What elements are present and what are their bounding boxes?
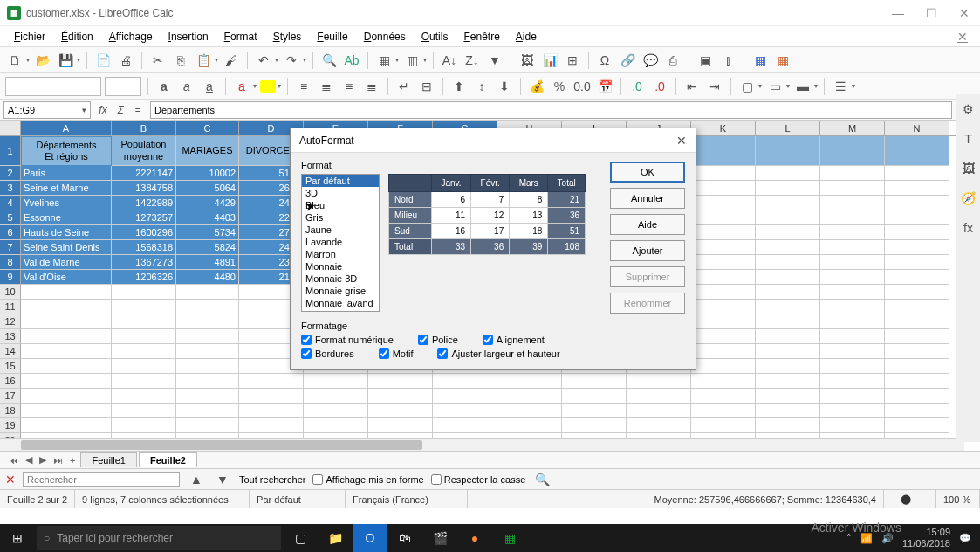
cell-K10[interactable] xyxy=(691,285,756,300)
outlook-icon[interactable]: O xyxy=(353,524,387,552)
horizontal-scrollbar[interactable] xyxy=(0,438,964,451)
help-button[interactable]: Aide xyxy=(610,214,685,235)
cell-B3[interactable]: 1384758 xyxy=(112,181,176,196)
explorer-icon[interactable]: 📁 xyxy=(318,524,353,552)
video-icon[interactable]: 🎬 xyxy=(422,524,457,552)
font-size-input[interactable] xyxy=(105,77,141,96)
tray-volume-icon[interactable]: 🔊 xyxy=(881,533,894,544)
tray-notifications-icon[interactable]: 💬 xyxy=(959,533,971,544)
wrap-icon[interactable]: ↵ xyxy=(394,77,414,96)
row-header-1[interactable]: 1 xyxy=(0,136,21,166)
sheet-next-icon[interactable]: ▶ xyxy=(36,454,50,466)
format-item-9[interactable]: Monnaie grise xyxy=(302,285,379,297)
format-item-5[interactable]: Lavande xyxy=(302,236,379,248)
cell-A7[interactable]: Seine Saint Denis xyxy=(21,240,112,255)
cell-M5[interactable] xyxy=(820,210,885,225)
borders-icon[interactable]: ▢ xyxy=(737,77,757,96)
cell-A1[interactable]: DépartementsEt régions xyxy=(21,136,112,166)
cell-A8[interactable]: Val de Marne xyxy=(21,255,112,270)
cell-N6[interactable] xyxy=(885,225,949,240)
image-icon[interactable]: 🖼 xyxy=(517,51,537,70)
align-left-icon[interactable]: ≡ xyxy=(294,77,313,96)
sidebar-navigator-icon[interactable]: 🧭 xyxy=(959,189,978,208)
menu-outils[interactable]: Outils xyxy=(415,28,456,45)
cell-B1[interactable]: Populationmoyenne xyxy=(112,136,176,166)
row-header-12[interactable]: 12 xyxy=(0,314,21,329)
spellcheck-icon[interactable]: Ab xyxy=(342,51,361,70)
cell-B5[interactable]: 1273257 xyxy=(112,210,176,225)
cell-B8[interactable]: 1367273 xyxy=(112,255,176,270)
find-all-button[interactable]: Tout rechercher xyxy=(239,474,305,485)
cell-B14[interactable] xyxy=(112,344,176,359)
undo-icon[interactable]: ↶ xyxy=(254,51,273,70)
cell-C17[interactable] xyxy=(176,389,239,404)
cell-L16[interactable] xyxy=(756,374,820,389)
cell-A14[interactable] xyxy=(21,344,112,359)
cell-A13[interactable] xyxy=(21,329,112,344)
cell-N8[interactable] xyxy=(885,255,949,270)
cell-A11[interactable] xyxy=(21,300,112,314)
cell-I16[interactable] xyxy=(562,374,627,389)
system-tray[interactable]: ˄ 📶 🔊 15:09 11/06/2018 💬 xyxy=(838,527,980,549)
formula-input[interactable]: Départements xyxy=(150,101,952,119)
cell-H16[interactable] xyxy=(497,374,562,389)
format-listbox[interactable]: Par défaut3DBleuGrisJauneLavandeMarronMo… xyxy=(301,174,380,312)
cell-L10[interactable] xyxy=(756,285,820,300)
cell-F17[interactable] xyxy=(368,389,433,404)
cell-M18[interactable] xyxy=(820,404,885,418)
menu-styles[interactable]: Styles xyxy=(266,28,309,45)
number-icon[interactable]: 0.0 xyxy=(572,77,592,96)
cell-I19[interactable] xyxy=(562,418,627,433)
format-item-0[interactable]: Par défaut xyxy=(302,175,379,187)
cell-F18[interactable] xyxy=(368,404,433,418)
check-font[interactable]: Police xyxy=(418,335,458,345)
cell-K9[interactable] xyxy=(691,270,756,285)
cell-M4[interactable] xyxy=(820,196,885,210)
cell-K19[interactable] xyxy=(691,418,756,433)
grid-icon[interactable]: ▦ xyxy=(750,51,770,70)
row-header-19[interactable]: 19 xyxy=(0,418,21,433)
col-header-K[interactable]: K xyxy=(691,121,756,135)
cell-L2[interactable] xyxy=(756,166,820,181)
tray-network-icon[interactable]: 📶 xyxy=(860,533,873,544)
cell-N14[interactable] xyxy=(885,344,949,359)
row-header-3[interactable]: 3 xyxy=(0,181,21,196)
cell-B13[interactable] xyxy=(112,329,176,344)
cell-A9[interactable]: Val d'Oise xyxy=(21,270,112,285)
cell-N7[interactable] xyxy=(885,240,949,255)
cell-C10[interactable] xyxy=(176,285,239,300)
cell-N18[interactable] xyxy=(885,404,949,418)
row-header-18[interactable]: 18 xyxy=(0,404,21,418)
cell-N19[interactable] xyxy=(885,418,949,433)
cell-B15[interactable] xyxy=(112,359,176,374)
cell-K7[interactable] xyxy=(691,240,756,255)
col-header-A[interactable]: A xyxy=(21,121,112,135)
format-item-2[interactable]: Bleu xyxy=(302,199,379,211)
italic-icon[interactable]: a xyxy=(177,77,196,96)
print-icon[interactable]: 🖨 xyxy=(116,51,135,70)
firefox-icon[interactable]: ● xyxy=(457,524,492,552)
hyperlink-icon[interactable]: 🔗 xyxy=(618,51,637,70)
cell-N5[interactable] xyxy=(885,210,949,225)
cell-D16[interactable] xyxy=(239,374,304,389)
row-icon[interactable]: ▦ xyxy=(374,51,394,70)
cell-A10[interactable] xyxy=(21,285,112,300)
clone-format-icon[interactable]: 🖌 xyxy=(222,51,241,70)
row-header-4[interactable]: 4 xyxy=(0,196,21,210)
cell-L17[interactable] xyxy=(756,389,820,404)
cell-H17[interactable] xyxy=(497,389,562,404)
menu-affichage[interactable]: Affichage xyxy=(102,28,160,45)
align-justify-icon[interactable]: ≣ xyxy=(362,77,381,96)
sheet-last-icon[interactable]: ⏭ xyxy=(50,455,66,466)
status-zoom-slider[interactable]: —⬤— xyxy=(884,490,936,508)
menu-format[interactable]: Format xyxy=(217,28,264,45)
cell-A18[interactable] xyxy=(21,404,112,418)
cancel-button[interactable]: Annuler xyxy=(610,188,685,209)
sidebar-properties-icon[interactable]: ⚙ xyxy=(959,100,978,119)
cell-N2[interactable] xyxy=(885,166,949,181)
sidebar-functions-icon[interactable]: fx xyxy=(959,218,978,238)
sheet-first-icon[interactable]: ⏮ xyxy=(5,455,22,466)
cell-K1[interactable] xyxy=(691,136,756,166)
cell-A3[interactable]: Seine et Marne xyxy=(21,181,112,196)
ok-button[interactable]: OK xyxy=(610,162,685,183)
